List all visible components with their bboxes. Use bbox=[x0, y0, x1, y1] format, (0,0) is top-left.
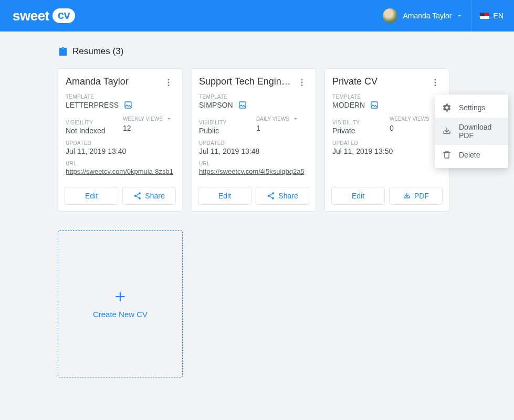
cards-grid: Amanda Taylor TEMPLATE LETTERPRESS VISIB… bbox=[58, 68, 456, 377]
template-value: MODERN bbox=[332, 101, 365, 109]
card-title: Private CV bbox=[332, 76, 377, 87]
template-label: TEMPLATE bbox=[66, 94, 175, 100]
avatar bbox=[383, 8, 397, 23]
svg-rect-10 bbox=[239, 102, 246, 108]
image-icon[interactable] bbox=[238, 101, 247, 109]
dropdown-icon bbox=[291, 114, 300, 123]
svg-point-14 bbox=[435, 79, 436, 80]
more-button[interactable] bbox=[296, 76, 308, 89]
svg-rect-3 bbox=[125, 102, 131, 108]
views-label[interactable]: WEEKLY VIEWS bbox=[123, 114, 175, 123]
menu-settings-label: Settings bbox=[459, 103, 486, 112]
template-label: TEMPLATE bbox=[199, 94, 308, 100]
logo-text: sweet bbox=[13, 8, 49, 24]
page-title-text: Resumes (3) bbox=[72, 46, 123, 57]
menu-settings[interactable]: Settings bbox=[435, 98, 508, 118]
views-label[interactable]: DAILY VIEWS bbox=[256, 114, 308, 123]
share-icon bbox=[267, 192, 275, 200]
more-button[interactable] bbox=[162, 76, 175, 89]
download-icon bbox=[442, 127, 452, 136]
updated-label: UPDATED bbox=[332, 140, 442, 146]
edit-button[interactable]: Edit bbox=[331, 187, 385, 205]
user-name: Amanda Taylor bbox=[403, 12, 452, 20]
more-vert-icon bbox=[164, 78, 173, 87]
views-value: 0 bbox=[390, 124, 442, 132]
updated-value: Jul 11, 2019 13:40 bbox=[66, 147, 175, 155]
visibility-label: VISIBILITY bbox=[66, 120, 118, 125]
language-label: EN bbox=[494, 12, 503, 20]
views-value: 12 bbox=[123, 124, 175, 132]
template-label: TEMPLATE bbox=[332, 94, 442, 100]
svg-point-0 bbox=[168, 79, 170, 80]
more-vert-icon bbox=[297, 78, 307, 87]
url-link[interactable]: https://sweetcv.com/0kpmuia-8zsb1 bbox=[66, 167, 175, 175]
resumes-icon bbox=[58, 46, 68, 57]
trash-icon bbox=[442, 150, 452, 160]
svg-point-15 bbox=[435, 82, 436, 83]
gear-icon bbox=[442, 103, 452, 112]
svg-point-5 bbox=[134, 195, 137, 197]
create-new-label: Create New CV bbox=[93, 310, 148, 319]
card-title: Amanda Taylor bbox=[66, 76, 129, 87]
page-title: Resumes (3) bbox=[58, 46, 456, 57]
resume-card: Support Tech Enginee… TEMPLATE SIMPSON V… bbox=[191, 68, 316, 212]
user-menu[interactable]: Amanda Taylor bbox=[383, 0, 471, 32]
svg-point-1 bbox=[168, 82, 170, 83]
card-title: Support Tech Enginee… bbox=[199, 76, 296, 87]
resume-card: Amanda Taylor TEMPLATE LETTERPRESS VISIB… bbox=[58, 68, 183, 212]
url-link[interactable]: https://sweetcv.com/4i5ksuiqbq2a5 bbox=[199, 167, 308, 175]
views-label[interactable]: WEEKLY VIEWS bbox=[390, 114, 442, 123]
menu-download-pdf[interactable]: Download PDF bbox=[435, 118, 508, 145]
svg-point-11 bbox=[272, 192, 274, 194]
url-label: URL bbox=[199, 161, 308, 166]
updated-label: UPDATED bbox=[199, 140, 308, 146]
more-vert-icon bbox=[431, 78, 440, 87]
menu-delete-label: Delete bbox=[459, 151, 480, 159]
svg-point-2 bbox=[168, 85, 170, 86]
visibility-value: Public bbox=[199, 127, 251, 135]
visibility-label: VISIBILITY bbox=[332, 120, 384, 125]
views-value: 1 bbox=[256, 124, 308, 132]
menu-download-pdf-label: Download PDF bbox=[459, 123, 501, 140]
share-button[interactable]: Share bbox=[256, 187, 309, 205]
visibility-value: Not Indexed bbox=[66, 127, 118, 135]
url-label: URL bbox=[66, 161, 175, 166]
template-value: LETTERPRESS bbox=[66, 101, 119, 109]
card-context-menu: Settings Download PDF Delete bbox=[435, 94, 508, 168]
svg-point-8 bbox=[301, 82, 303, 83]
chevron-down-icon bbox=[456, 13, 463, 19]
more-button[interactable] bbox=[429, 76, 442, 89]
language-menu[interactable]: EN bbox=[471, 12, 503, 20]
edit-button[interactable]: Edit bbox=[198, 187, 251, 205]
dropdown-icon bbox=[165, 114, 173, 123]
visibility-label: VISIBILITY bbox=[199, 120, 251, 125]
svg-point-4 bbox=[139, 192, 141, 194]
visibility-value: Private bbox=[332, 127, 384, 135]
image-icon[interactable] bbox=[370, 101, 379, 109]
logo-badge: cv bbox=[53, 8, 75, 23]
flag-icon bbox=[480, 13, 489, 19]
template-value: SIMPSON bbox=[199, 101, 233, 109]
create-new-cv[interactable]: Create New CV bbox=[58, 230, 183, 377]
main-content: Resumes (3) Amanda Taylor TEMPLATE LETTE… bbox=[0, 32, 514, 392]
svg-point-12 bbox=[268, 195, 270, 197]
download-icon bbox=[403, 192, 411, 200]
image-icon[interactable] bbox=[124, 101, 132, 109]
svg-point-13 bbox=[272, 197, 274, 200]
share-button[interactable]: Share bbox=[122, 187, 176, 205]
resume-card: Private CV TEMPLATE MODERN VISIBILITY Pr… bbox=[324, 68, 449, 212]
svg-rect-17 bbox=[371, 102, 377, 108]
menu-delete[interactable]: Delete bbox=[435, 145, 508, 165]
share-icon bbox=[133, 192, 142, 200]
updated-label: UPDATED bbox=[66, 140, 175, 146]
updated-value: Jul 11, 2019 13:48 bbox=[199, 147, 308, 155]
plus-icon bbox=[113, 290, 127, 303]
pdf-button[interactable]: PDF bbox=[389, 187, 443, 205]
svg-point-6 bbox=[139, 197, 141, 200]
updated-value: Jul 11, 2019 13:50 bbox=[332, 147, 442, 155]
edit-button[interactable]: Edit bbox=[65, 187, 118, 205]
svg-point-9 bbox=[301, 85, 303, 86]
app-header: sweet cv Amanda Taylor EN bbox=[0, 0, 514, 32]
logo[interactable]: sweet cv bbox=[13, 8, 75, 24]
svg-point-7 bbox=[301, 79, 303, 80]
